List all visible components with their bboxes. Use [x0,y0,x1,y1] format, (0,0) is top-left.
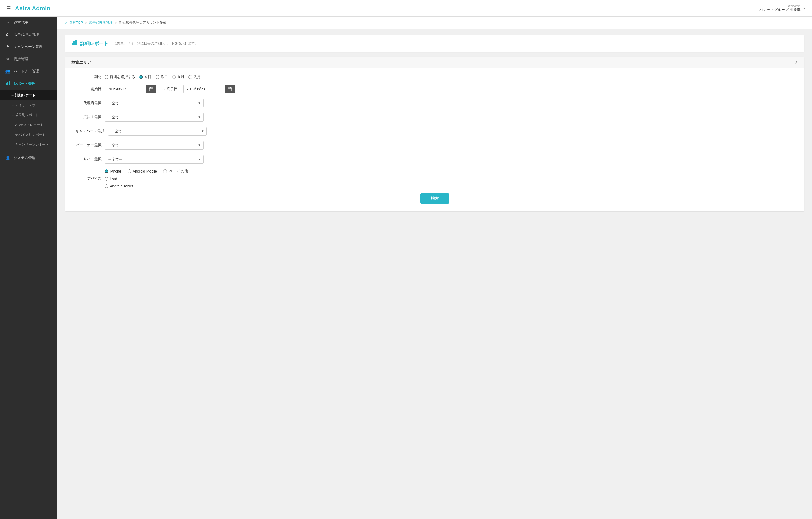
period-radio-this-month[interactable] [172,75,176,79]
period-radio-yesterday[interactable] [156,75,159,79]
user-dropdown-icon[interactable]: ▼ [803,6,806,10]
svg-rect-0 [6,83,7,85]
device-row: デバイス iPhone Android Mobile [76,169,794,188]
campaign-select[interactable]: ー全てー [108,127,207,136]
sidebar-label-ad-agency: 広告代理店管理 [13,32,39,37]
header-right: Welcome! バレットグループ 開発部 ▼ [759,4,806,12]
start-date-calendar-button[interactable] [146,85,156,93]
agency-select[interactable]: ー全てー [105,99,204,108]
svg-rect-11 [230,87,231,88]
advertiser-select[interactable]: ー全てー [105,113,204,121]
svg-rect-5 [75,40,77,45]
sidebar-item-campaign[interactable]: ⚑ キャンペーン管理 [0,40,57,53]
sidebar-sublabel-detail-report: 詳細レポート [15,93,35,97]
device-option-android-tablet[interactable]: Android Tablet [105,184,133,188]
end-date-input[interactable] [183,85,225,93]
site-select[interactable]: ー全てー [105,155,204,164]
device-controls: iPhone Android Mobile PC・その他 [105,169,794,188]
device-label: デバイス [76,176,102,181]
end-date-calendar-button[interactable] [225,85,235,93]
person-icon: 👤 [5,155,10,160]
site-select-row: サイト選択 ー全てー ▼ [76,155,794,164]
sidebar-item-partnership[interactable]: ✏ 提携管理 [0,53,57,65]
device-radio-pc-other[interactable] [163,169,167,173]
period-option-this-month[interactable]: 今月 [172,75,184,79]
top-header: ☰ Astra Admin Welcome! バレットグループ 開発部 ▼ [0,0,812,17]
welcome-label: Welcome! [788,4,801,7]
campaign-select-wrap: ー全てー ▼ [108,127,207,136]
date-row: 開始日 [76,85,794,93]
period-option-yesterday[interactable]: 昨日 [156,75,168,79]
period-label-today: 今日 [144,75,151,79]
sidebar-subitem-ab-report[interactable]: ··· ABテストレポート [0,120,57,130]
agency-row: 代理店選択 ー全てー ▼ [76,99,794,108]
device-option-ipad[interactable]: iPad [105,177,241,181]
agency-select-wrap: ー全てー ▼ [105,99,204,108]
collapse-button[interactable]: ∧ [795,60,798,65]
period-radio-today[interactable] [139,75,143,79]
hamburger-icon[interactable]: ☰ [6,5,11,11]
period-label-range: 範囲を選択する [110,75,135,79]
partner-select[interactable]: ー全てー [105,141,204,150]
sidebar-subitem-result-report[interactable]: ··· 成果別レポート [0,110,57,120]
device-radio-ipad[interactable] [105,177,108,181]
period-radio-range[interactable] [105,75,108,79]
period-label-yesterday: 昨日 [161,75,168,79]
sidebar-sublabel-result-report: 成果別レポート [15,113,39,117]
start-date-input[interactable] [105,85,146,93]
svg-rect-2 [9,82,10,85]
brand-title: Astra Admin [15,5,50,12]
device-label-iphone: iPhone [110,169,121,173]
breadcrumb-ad-agency[interactable]: 広告代理店管理 [89,20,113,25]
period-label-this-month: 今月 [177,75,184,79]
campaign-select-label: キャンペーン選択 [76,129,105,134]
svg-rect-10 [229,87,229,88]
device-option-android-mobile[interactable]: Android Mobile [127,169,157,174]
period-label-last-month: 先月 [194,75,201,79]
sidebar-sublabel-device-report: デバイス別レポート [15,133,46,137]
header-left: ☰ Astra Admin [6,5,50,12]
page-body: 詳細レポート 広告主、サイト別に日毎の詳細レポートを表示します。 検索エリア ∧… [57,29,812,223]
agency-controls: ー全てー ▼ [105,99,794,108]
section-card: 詳細レポート 広告主、サイト別に日毎の詳細レポートを表示します。 [65,35,804,52]
search-area-title: 検索エリア [71,60,91,65]
device-option-pc-other[interactable]: PC・その他 [163,169,188,174]
sidebar-item-report[interactable]: レポート管理 [0,77,57,90]
advertiser-label: 広告主選択 [76,115,102,119]
device-radio-android-tablet[interactable] [105,184,108,188]
advertiser-select-wrap: ー全てー ▼ [105,113,204,121]
sidebar-label-report: レポート管理 [13,82,35,86]
agency-label: 代理店選択 [76,101,102,106]
sidebar-label-system: システム管理 [13,156,35,160]
start-date-wrap [105,85,156,93]
date-separator: ～ 終了日 [162,87,178,91]
device-radio-iphone[interactable] [105,169,108,173]
search-button[interactable]: 検索 [420,193,449,204]
sidebar-item-ops-top[interactable]: ⌂ 運営TOP [0,17,57,29]
sidebar-subitem-campaign-report[interactable]: ··· キャンペーンレポート [0,140,57,150]
device-radio-android-mobile[interactable] [127,169,131,173]
partner-select-wrap: ー全てー ▼ [105,141,204,150]
device-option-iphone[interactable]: iPhone [105,169,121,174]
sidebar-item-partner[interactable]: 👥 パートナー管理 [0,65,57,77]
period-option-last-month[interactable]: 先月 [188,75,201,79]
flag-icon: ⚑ [5,44,10,49]
campaign-select-row: キャンペーン選択 ー全てー ▼ [76,127,794,136]
sidebar-item-system[interactable]: 👤 システム管理 [0,152,57,164]
period-option-range[interactable]: 範囲を選択する [105,75,135,79]
sidebar-subitem-daily-report[interactable]: ··· デイリーレポート [0,100,57,110]
period-option-today[interactable]: 今日 [139,75,151,79]
device-label-ipad: iPad [110,177,117,181]
breadcrumb-ops-top[interactable]: 運営TOP [69,20,83,25]
home-icon: ⌂ [5,20,10,25]
sidebar-sublabel-daily-report: デイリーレポート [15,103,42,108]
sidebar-subitem-detail-report[interactable]: ··· 詳細レポート [0,90,57,100]
period-radio-last-month[interactable] [188,75,192,79]
main-layout: ⌂ 運営TOP 🗂 広告代理店管理 ⚑ キャンペーン管理 ✏ 提携管理 👥 パー… [0,17,812,519]
search-area-header: 検索エリア ∧ [65,57,804,68]
sidebar-item-ad-agency[interactable]: 🗂 広告代理店管理 [0,29,57,40]
section-title: 詳細レポート [80,40,108,47]
sidebar-sublabel-ab-report: ABテストレポート [15,123,43,127]
section-chart-icon [71,40,77,47]
sidebar-subitem-device-report[interactable]: ··· デバイス別レポート [0,130,57,140]
